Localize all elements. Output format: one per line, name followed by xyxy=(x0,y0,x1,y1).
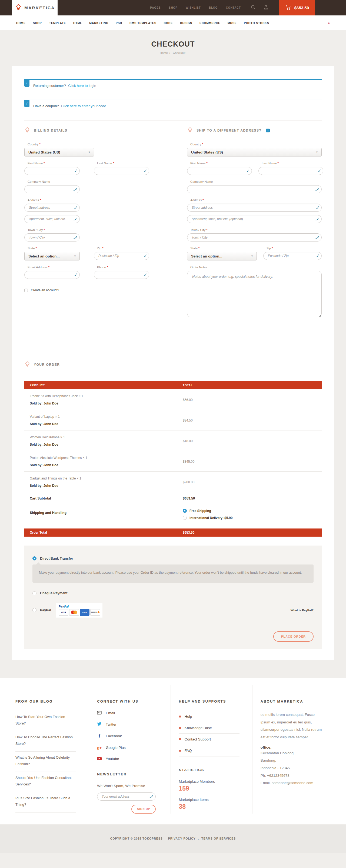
office-label: office: xyxy=(261,745,326,749)
main-menu: HOME SHOP TEMPLATE HTML MARKETING PSD CM… xyxy=(0,16,346,30)
product-name: iPhone 5s with Headphones Jack × 1 xyxy=(30,394,183,398)
place-order-button[interactable]: PLACE ORDER xyxy=(273,631,314,642)
bullet-icon xyxy=(179,716,181,717)
billing-zip-input[interactable] xyxy=(94,252,149,260)
shipping-last-name-input[interactable] xyxy=(258,167,323,175)
billing-country-select[interactable]: United States (US) ▼ xyxy=(24,148,94,156)
shipping-company-input[interactable] xyxy=(187,185,322,193)
cart-icon xyxy=(285,5,291,11)
menu-design[interactable]: DESIGN xyxy=(180,21,192,25)
statistics-title: STATISTICS xyxy=(179,768,244,772)
paypal-cards-image: PayPal VISA AMEX DISCOVER xyxy=(56,603,102,618)
nav-shop[interactable]: SHOP xyxy=(169,6,178,9)
billing-first-name-input[interactable] xyxy=(24,167,80,175)
shipping-apartment-input[interactable] xyxy=(187,215,322,223)
nav-contact[interactable]: CONTACT xyxy=(226,6,241,9)
free-shipping-radio[interactable] xyxy=(183,509,187,513)
zip-label: Zip xyxy=(97,247,101,250)
menu-ecommerce[interactable]: ECOMMERCE xyxy=(200,21,220,25)
billing-town-input[interactable] xyxy=(24,234,80,242)
create-account-checkbox[interactable] xyxy=(24,289,28,292)
shipping-first-name-input[interactable] xyxy=(187,167,252,175)
international-delivery-label: International Delivery: $5.90 xyxy=(189,516,233,520)
billing-state-select[interactable]: Select an option... ▼ xyxy=(24,252,80,260)
town-label: Town / City xyxy=(190,228,205,231)
blog-post-link[interactable]: How To Choose The Perfect Fashion Store? xyxy=(15,731,76,751)
coupon-link[interactable]: Click here to enter your code xyxy=(61,104,106,108)
menu-psd[interactable]: PSD xyxy=(116,21,122,25)
menu-template[interactable]: TEMPLATE xyxy=(49,21,66,25)
nav-pages[interactable]: PAGES xyxy=(150,6,161,9)
search-icon[interactable] xyxy=(250,5,256,11)
cheque-payment-label: Cheque Payment xyxy=(40,591,67,595)
social-link-email[interactable]: Email xyxy=(97,711,162,715)
blog-post-link[interactable]: Should You Use Fashion Consultant Servic… xyxy=(15,772,76,792)
paypal-radio[interactable] xyxy=(32,608,36,612)
shipping-street-input[interactable] xyxy=(187,204,322,212)
shipping-country-select[interactable]: United States (US) ▼ xyxy=(187,148,322,156)
account-icon[interactable] xyxy=(263,5,269,11)
signup-button[interactable]: SIGN UP xyxy=(131,805,156,813)
logo[interactable]: MARKETICA xyxy=(12,0,58,16)
address-label: Address xyxy=(28,198,39,202)
cart-total: $653.50 xyxy=(295,5,309,10)
shipping-zip-input[interactable] xyxy=(263,252,322,260)
footer-help-column: HELP AND SUPPORTS Help Knowladge Base Co… xyxy=(171,685,252,813)
bank-transfer-radio[interactable] xyxy=(32,556,36,560)
menu-html[interactable]: HTML xyxy=(73,21,82,25)
section-tags-icon xyxy=(24,127,30,134)
order-notes-textarea[interactable] xyxy=(187,271,322,317)
menu-cms-templates[interactable]: CMS TEMPLATES xyxy=(130,21,156,25)
shipping-state-select[interactable]: Select an option... ▼ xyxy=(187,252,257,260)
billing-apartment-input[interactable] xyxy=(24,215,80,223)
menu-photo-stocks[interactable]: PHOTO STOCKS xyxy=(244,21,269,25)
privacy-policy-link[interactable]: PRIVACY POLICY xyxy=(168,837,196,840)
breadcrumb-home[interactable]: Home xyxy=(160,51,168,55)
billing-email-input[interactable] xyxy=(24,271,80,279)
phone-label: Phone xyxy=(97,266,106,269)
menu-marketing[interactable]: MARKETING xyxy=(89,21,108,25)
terms-link[interactable]: TERMS OF SERVICES xyxy=(201,837,236,840)
billing-last-name-input[interactable] xyxy=(94,167,149,175)
shipping-section: SHIP TO A DIFFERENT ADDRESS? ✓ Country* … xyxy=(173,120,322,323)
newsletter-email-input[interactable] xyxy=(97,793,156,801)
billing-company-input[interactable] xyxy=(24,185,80,193)
login-link[interactable]: Click here to login xyxy=(68,84,96,88)
table-row: Variant of Laptop × 1Sold by: John Doe $… xyxy=(24,410,322,431)
nav-wishlist[interactable]: WISHLIST xyxy=(186,6,201,9)
blog-post-link[interactable]: Plus Size Fashion: Is There Such a Thing… xyxy=(15,792,76,812)
product-name: Gadget and Things on the Table × 1 xyxy=(30,476,183,480)
menu-shop[interactable]: SHOP xyxy=(33,21,42,25)
menu-code[interactable]: CODE xyxy=(164,21,173,25)
blog-post-link[interactable]: What is So Alluring About Celebrity Fash… xyxy=(15,751,76,772)
mastercard-icon xyxy=(69,609,79,616)
help-link[interactable]: Knowladge Base xyxy=(179,722,240,734)
cheque-payment-radio[interactable] xyxy=(32,591,36,595)
social-link-youtube[interactable]: ▶ Youtube xyxy=(97,757,162,761)
cart-button[interactable]: $653.50 xyxy=(279,0,315,16)
help-link[interactable]: Help xyxy=(179,711,240,722)
nav-blog[interactable]: BLOG xyxy=(209,6,218,9)
help-link[interactable]: Contact Support xyxy=(179,734,240,745)
menu-muse[interactable]: MUSE xyxy=(228,21,237,25)
what-is-paypal-link[interactable]: What is PayPal? xyxy=(290,609,314,612)
billing-section: BILLING DETAILS Country* United States (… xyxy=(24,120,173,323)
social-link-facebook[interactable]: f Facebook xyxy=(97,734,162,739)
social-link-google-plus[interactable]: g+ Google Plus xyxy=(97,746,162,750)
country-label: Country xyxy=(190,143,201,146)
billing-phone-input[interactable] xyxy=(94,271,149,279)
help-link[interactable]: FAQ xyxy=(179,745,240,756)
blog-post-link[interactable]: How To Start Your Own Fashion Store? xyxy=(15,711,76,731)
social-link-twitter[interactable]: Twitter xyxy=(97,722,162,727)
ship-different-checkbox[interactable]: ✓ xyxy=(266,129,270,132)
shipping-town-input[interactable] xyxy=(187,234,322,242)
menu-more-icon[interactable]: » xyxy=(328,21,330,25)
cart-subtotal-label: Cart Subtotal xyxy=(24,497,183,500)
billing-street-input[interactable] xyxy=(24,204,80,212)
top-nav: PAGES SHOP WISHLIST BLOG CONTACT xyxy=(150,6,241,9)
create-account-label: Create an account? xyxy=(31,288,59,292)
members-count: 159 xyxy=(179,785,244,792)
total-column-header: TOTAL xyxy=(183,384,322,387)
menu-home[interactable]: HOME xyxy=(16,21,26,25)
international-delivery-radio[interactable] xyxy=(183,516,187,520)
